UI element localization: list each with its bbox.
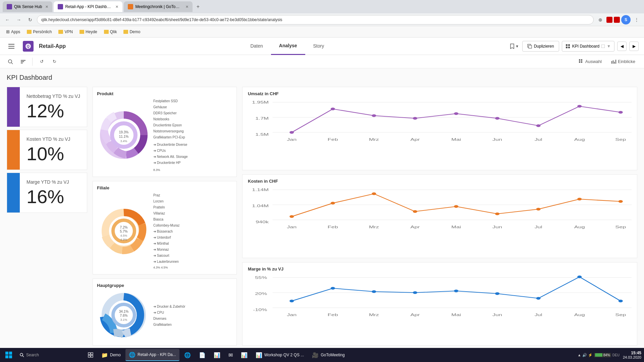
kosten-line-chart-svg: 1.14M 1.04M 940k Jan <box>248 186 632 230</box>
tab-retail-app[interactable]: Retail-App - KPI Dashboard | An... ✕ <box>54 1 122 12</box>
legend-item: ➜ Büsserach <box>153 229 179 235</box>
svg-point-103 <box>619 300 623 302</box>
svg-rect-19 <box>579 61 580 63</box>
svg-text:Aug: Aug <box>574 137 585 141</box>
back-button[interactable]: ← <box>3 15 12 24</box>
tab-title: Qlik Sense Hub <box>14 4 42 9</box>
refresh-button[interactable]: ↻ <box>25 15 35 24</box>
excel-icon: 📊 <box>214 352 220 358</box>
taskbar-workshop[interactable]: 📊 Workshop QV 2 QS ... <box>252 349 308 361</box>
auswahl-view-btn[interactable]: Auswahl <box>575 58 605 66</box>
extensions-btn[interactable]: ⊕ <box>596 15 605 24</box>
extension-icon-1 <box>606 17 612 23</box>
svg-text:Q: Q <box>27 45 30 48</box>
folder-icon <box>123 30 128 34</box>
forward-button[interactable]: → <box>14 15 23 24</box>
bookmark-demo[interactable]: Demo <box>121 28 143 36</box>
umsatz-line-chart-svg: 1.95M 1.7M 1.5M <box>248 99 632 142</box>
produkt-chart-box: Produkt <box>93 87 237 177</box>
app-header: Q Retail-App Daten Analyse Story ▼ Dupli… <box>0 38 644 55</box>
svg-point-97 <box>372 290 376 293</box>
svg-text:1.14M: 1.14M <box>252 188 269 192</box>
video-icon: 🎥 <box>312 352 319 358</box>
svg-rect-2 <box>8 48 14 49</box>
tab-qlik-hub[interactable]: Qlik Sense Hub ✕ <box>3 1 52 12</box>
kpi-bar-blue <box>7 173 20 213</box>
taskbar-search[interactable]: Search <box>16 349 83 361</box>
bookmark-label: Demo <box>129 29 140 34</box>
legend-item: ➜ Network Att. Storage <box>153 154 188 160</box>
workshop-icon: 📊 <box>256 352 262 358</box>
start-button[interactable] <box>3 349 15 361</box>
tab-daten[interactable]: Daten <box>242 38 271 55</box>
taskbar-excel[interactable]: 📊 <box>210 349 224 361</box>
tray-icons: ▲ 🔊 ⚡ <box>578 353 593 357</box>
kpi-value: 12% <box>26 102 80 120</box>
produkt-legend: Festplatten SSD Gehäuse DDR3 Speicher No… <box>153 98 188 173</box>
taskbar-task-view[interactable] <box>85 349 97 361</box>
bookmark-label: Heyde <box>86 29 97 34</box>
browser-icon: 🌐 <box>129 352 136 358</box>
menu-button[interactable]: ⋮ <box>632 15 641 24</box>
taskbar-browser2[interactable]: 🌐 <box>181 349 194 361</box>
kpi-value: 16% <box>26 187 69 206</box>
profile-button[interactable]: S <box>621 15 631 24</box>
bookmark-apps[interactable]: ⊞ Apps <box>3 28 23 36</box>
svg-point-95 <box>289 300 294 302</box>
svg-point-48 <box>331 108 335 110</box>
einblicke-view-btn[interactable]: Einblicke <box>608 58 639 66</box>
undo-btn[interactable]: ↺ <box>37 57 47 67</box>
tab-close-btn[interactable]: ✕ <box>185 5 189 9</box>
bookmark-vpn[interactable]: VPN <box>56 28 75 36</box>
svg-text:-10%: -10% <box>253 308 267 312</box>
new-tab-button[interactable]: + <box>194 3 202 11</box>
svg-text:Mai: Mai <box>451 137 461 141</box>
taskbar-retail-app[interactable]: 🌐 Retail-App - KPI Da... <box>125 349 179 361</box>
search-toolbar-btn[interactable] <box>5 57 15 67</box>
toolbar-right: Auswahl Einblicke <box>575 58 639 66</box>
svg-text:7.2%: 7.2% <box>120 226 128 229</box>
legend-item: ➜ Unterdorf <box>153 235 179 241</box>
taskbar-powerpoint[interactable]: 📊 <box>237 349 251 361</box>
taskbar: Search 📁 Demo 🌐 Retail-App - KPI Da... 🌐… <box>0 348 644 362</box>
prev-sheet-button[interactable]: ◀ <box>617 42 627 51</box>
hauptgruppe-donut-svg: 34.1% 7.6% 3.1% <box>97 290 151 340</box>
dashboard-selector[interactable]: KPI Dashboard ▼ <box>562 41 614 52</box>
taskbar-gotomeeting[interactable]: 🎥 GoToMeeting <box>309 349 348 361</box>
tab-story[interactable]: Story <box>305 38 332 55</box>
filiale-legend: Praz Lorzen Pratteln Villariaz Biasca Co… <box>153 192 179 270</box>
kpi-bar-orange <box>7 130 20 170</box>
legend-item: Pratteln <box>153 204 179 210</box>
svg-text:5.7%: 5.7% <box>120 230 128 233</box>
system-tray: ▲ 🔊 ⚡ 84% DEU <box>578 353 620 357</box>
taskbar-outlook-like[interactable]: ✉ <box>225 349 236 361</box>
nav-right-controls: ⊕ S ⋮ <box>596 15 641 24</box>
bookmark-heyde[interactable]: Heyde <box>77 28 100 36</box>
svg-rect-10 <box>568 47 570 48</box>
redo-btn[interactable]: ↻ <box>49 57 59 67</box>
tab-close-btn[interactable]: ✕ <box>115 5 118 9</box>
svg-text:Aug: Aug <box>574 225 585 229</box>
duplicate-button[interactable]: Duplizieren <box>522 41 559 52</box>
legend-item: ➜ Lauterbrunnen <box>153 259 179 265</box>
address-bar[interactable]: qlik.heydecloud.ch/sense/app/f3d86c81-d8… <box>37 15 594 24</box>
taskbar-notepad[interactable]: 📄 <box>196 349 209 361</box>
bookmark-qlik[interactable]: Qlik <box>101 28 120 36</box>
bookmark-personlich[interactable]: Persönlich <box>24 28 54 36</box>
browser-tabs-bar: Qlik Sense Hub ✕ Retail-App - KPI Dashbo… <box>0 0 644 13</box>
bookmark-toggle-btn[interactable]: ▼ <box>509 41 520 52</box>
tab-close-btn[interactable]: ✕ <box>45 5 48 9</box>
clock: 15:45 24.03.2020 <box>623 351 641 359</box>
folder-icon <box>58 30 63 34</box>
taskbar-demo-folder[interactable]: 📁 Demo <box>98 349 124 361</box>
taskbar-item-label: Retail-App - KPI Da... <box>138 352 176 357</box>
next-sheet-button[interactable]: ▶ <box>629 42 639 51</box>
hamburger-menu-button[interactable] <box>5 40 17 52</box>
app-logo: Q <box>23 41 34 52</box>
kpi-content: Nettobetrag YTD % zu VJ 12% <box>20 87 87 127</box>
svg-rect-113 <box>5 352 8 355</box>
svg-text:4.5%: 4.5% <box>120 234 127 237</box>
smart-search-btn[interactable] <box>18 57 28 67</box>
tab-analyse[interactable]: Analyse <box>271 38 305 55</box>
tab-gotomeeting[interactable]: Meetingchronik | GoToMeeting ✕ <box>124 1 193 12</box>
